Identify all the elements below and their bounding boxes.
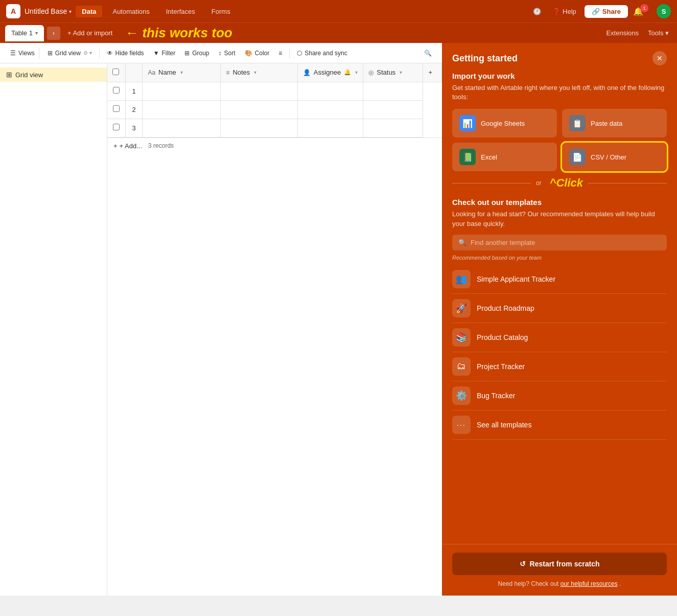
row-1-notes[interactable]	[221, 82, 297, 100]
col-header-check[interactable]	[107, 63, 125, 82]
row-1-checkbox[interactable]	[113, 87, 120, 94]
select-all-checkbox[interactable]	[112, 69, 119, 75]
templates-section: Check out our templates Looking for a he…	[452, 198, 667, 439]
nav-tab-interfaces[interactable]: Interfaces	[160, 6, 201, 17]
grid-view-button[interactable]: ⊞ Grid view ⚙ ▾	[43, 48, 96, 59]
row-2-check[interactable]	[107, 100, 125, 119]
help-button[interactable]: ❓ Help	[549, 6, 579, 17]
panel-header: Getting started ✕	[442, 43, 677, 72]
panel-close-button[interactable]: ✕	[652, 51, 667, 65]
template-search-box[interactable]: 🔍	[452, 235, 667, 250]
extensions-button[interactable]: Extensions	[603, 27, 642, 39]
templates-title: Check out our templates	[452, 198, 667, 207]
add-import-button[interactable]: + Add or import	[63, 27, 117, 39]
col-header-status[interactable]: ◎ Status ▾	[363, 63, 423, 82]
row-3-check[interactable]	[107, 119, 125, 137]
more-options-button[interactable]: ≡	[274, 48, 286, 59]
template-name-project: Project Tracker	[477, 362, 525, 371]
row-2-checkbox[interactable]	[113, 105, 120, 112]
row-2-status[interactable]	[363, 100, 423, 119]
col-header-name[interactable]: Aa Name ▾	[143, 63, 221, 82]
col-header-assignee[interactable]: 👤 Assignee 🔔 ▾	[297, 63, 363, 82]
template-see-all[interactable]: ··· See all templates	[452, 410, 667, 440]
excel-button[interactable]: 📗 Excel	[452, 143, 557, 171]
notes-field-label: Notes	[232, 69, 250, 76]
row-3-checkbox[interactable]	[113, 124, 120, 130]
row-3-name[interactable]	[143, 119, 221, 137]
records-count: 3 records	[148, 142, 174, 149]
grid-wrapper: Aa Name ▾ ≡ Notes ▾	[107, 63, 442, 138]
template-name-roadmap: Product Roadmap	[477, 304, 534, 312]
template-icon-all: ···	[452, 416, 471, 434]
paste-data-button[interactable]: 📋 Paste data	[562, 109, 667, 138]
views-toggle[interactable]: ☰ Views	[6, 48, 39, 59]
add-column-button[interactable]: +	[423, 63, 442, 82]
grid-layout: ⊞ Grid view	[0, 63, 442, 596]
status-field-expand[interactable]: ▾	[400, 70, 402, 75]
row-1-assignee[interactable]	[297, 82, 363, 100]
template-simple-applicant-tracker[interactable]: 👥 Simple Applicant Tracker	[452, 265, 667, 294]
share-sync-button[interactable]: ⬡ Share and sync	[293, 48, 351, 59]
template-project-tracker[interactable]: 🗂 Project Tracker	[452, 352, 667, 381]
main-layout: ☰ Views ⊞ Grid view ⚙ ▾ 👁 Hide fields ▼ …	[0, 43, 677, 596]
notes-field-expand[interactable]: ▾	[254, 70, 256, 75]
col-header-num	[125, 63, 143, 82]
history-icon: 🕐	[533, 8, 541, 15]
table-header-row: Aa Name ▾ ≡ Notes ▾	[107, 63, 442, 82]
table-tab-1[interactable]: Table 1 ▾	[5, 25, 44, 41]
row-3-notes[interactable]	[221, 119, 297, 137]
group-button[interactable]: ⊞ Group	[180, 48, 213, 59]
row-2-name[interactable]	[143, 100, 221, 119]
tools-button[interactable]: Tools ▾	[645, 27, 672, 39]
sort-button[interactable]: ↕ Sort	[215, 48, 240, 59]
row-1-check[interactable]	[107, 82, 125, 100]
row-3-status[interactable]	[363, 119, 423, 137]
template-search-input[interactable]	[471, 239, 661, 246]
row-2-assignee[interactable]	[297, 100, 363, 119]
row-1-name[interactable]	[143, 82, 221, 100]
table-nav: Table 1 ▾ › + Add or import ← this works…	[0, 22, 677, 43]
user-avatar[interactable]: S	[657, 4, 671, 18]
add-row-button[interactable]: + + Add...	[113, 142, 142, 150]
hide-fields-button[interactable]: 👁 Hide fields	[103, 48, 148, 59]
search-button[interactable]: 🔍	[420, 48, 436, 59]
table-tab-chevron[interactable]: ▾	[35, 30, 38, 36]
name-field-icon: Aa	[148, 69, 155, 76]
assignee-field-expand[interactable]: ▾	[355, 70, 358, 75]
row-2-notes[interactable]	[221, 100, 297, 119]
google-sheets-button[interactable]: 📊 Google Sheets	[452, 109, 557, 138]
restart-from-scratch-button[interactable]: ↺ Restart from scratch	[452, 553, 667, 575]
app-title[interactable]: Untitled Base ▾	[25, 7, 72, 15]
status-field-icon: ◎	[368, 69, 373, 76]
template-icon-catalog: 📚	[452, 328, 471, 347]
template-bug-tracker[interactable]: ⚙️ Bug Tracker	[452, 381, 667, 410]
title-chevron[interactable]: ▾	[69, 9, 72, 14]
history-button[interactable]: 🕐	[530, 6, 544, 17]
name-field-expand[interactable]: ▾	[180, 70, 183, 75]
templates-desc: Looking for a head start? Our recommende…	[452, 210, 667, 228]
status-field-label: Status	[377, 69, 395, 76]
nav-tab-data[interactable]: Data	[76, 6, 102, 17]
nav-tab-forms[interactable]: Forms	[205, 6, 237, 17]
table-nav-scroll-btn[interactable]: ›	[47, 27, 60, 40]
template-product-roadmap[interactable]: 🚀 Product Roadmap	[452, 294, 667, 323]
template-name-bug: Bug Tracker	[477, 392, 515, 400]
csv-other-button[interactable]: 📄 CSV / Other	[562, 143, 667, 171]
annotation-this-works-too: ← this works too	[125, 25, 232, 41]
help-link[interactable]: our helpful resources	[561, 580, 618, 587]
col-header-notes[interactable]: ≡ Notes ▾	[221, 63, 297, 82]
share-button[interactable]: 🔗 Share	[585, 5, 628, 18]
notification-bell[interactable]: 🔔 1	[633, 7, 651, 16]
row-3-assignee[interactable]	[297, 119, 363, 137]
grid-view-item[interactable]: ⊞ Grid view	[0, 67, 107, 82]
template-product-catalog[interactable]: 📚 Product Catalog	[452, 323, 667, 352]
table-row: 1	[107, 82, 442, 100]
hide-fields-icon: 👁	[107, 50, 113, 57]
filter-icon: ▼	[153, 50, 159, 57]
filter-button[interactable]: ▼ Filter	[149, 48, 180, 59]
color-button[interactable]: 🎨 Color	[241, 48, 274, 59]
nav-tab-automations[interactable]: Automations	[106, 6, 155, 17]
notes-field-icon: ≡	[226, 69, 229, 76]
click-annotation: ^Click	[550, 176, 583, 190]
row-1-status[interactable]	[363, 82, 423, 100]
